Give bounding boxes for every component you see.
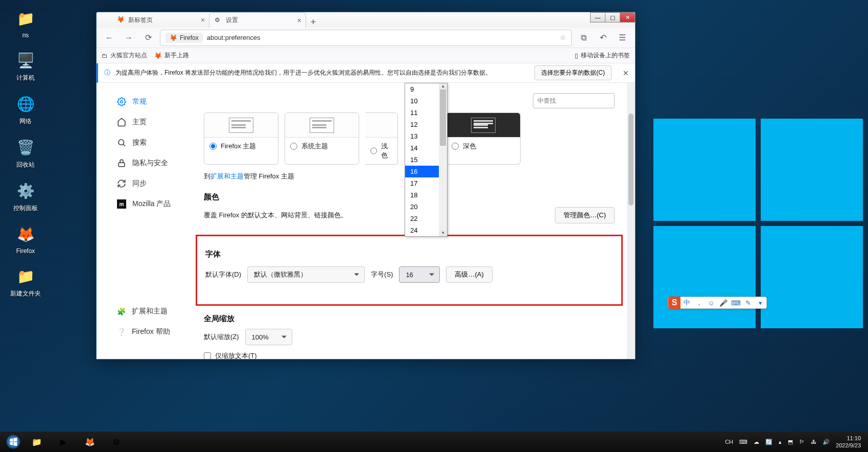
sogou-logo-icon[interactable]: S (668, 297, 681, 309)
ime-menu-icon[interactable]: ▾ (754, 299, 766, 307)
scroll-down-arrow[interactable]: ▾ (439, 230, 447, 236)
taskbar-control-panel[interactable]: ⚙ (104, 434, 129, 450)
taskbar: 📁 ▶ 🦊 ⚙ CH ⌨ ☁ 🔄 ▴ ⬒ 🏳 🖧 🔊 11:10 2022/9/… (0, 432, 868, 452)
ime-lang[interactable]: 中 (681, 298, 693, 307)
bookmark-star-icon[interactable]: ☆ (560, 34, 566, 41)
zoom-text-only-row[interactable]: 仅缩放文本(T) (204, 351, 615, 359)
tab-settings[interactable]: ⚙ 设置 × (209, 12, 306, 28)
tray-flag-icon[interactable]: 🏳 (799, 439, 805, 445)
maximize-button[interactable]: ▢ (605, 12, 620, 22)
zoom-text-only-checkbox[interactable] (204, 352, 211, 359)
site-identity-chip[interactable]: 🦊 Firefox (166, 33, 203, 43)
sidebar-item-sync[interactable]: 同步 (112, 175, 204, 192)
back-button[interactable]: ← (102, 30, 117, 46)
new-tab-button[interactable]: + (306, 17, 320, 28)
desktop-icon[interactable]: 📁ns (5, 4, 46, 42)
desktop-icon[interactable]: 📁新建文件夹 (5, 262, 46, 301)
tray-keyboard-icon[interactable]: ⌨ (739, 439, 747, 445)
taskbar-explorer[interactable]: 📁 (25, 434, 49, 450)
desktop-icon[interactable]: 🖥️计算机 (5, 46, 46, 85)
tray-volume-icon[interactable]: 🔊 (823, 439, 830, 445)
sidebar-item-home[interactable]: 主页 (112, 114, 204, 131)
taskbar-clock[interactable]: 11:10 2022/9/23 (836, 435, 861, 449)
theme-radio[interactable] (370, 147, 377, 154)
taskbar-media[interactable]: ▶ (51, 434, 76, 450)
desktop-icon-label: Firefox (16, 247, 35, 255)
desktop-icon-image: 📁 (14, 7, 37, 30)
puzzle-icon: 🧩 (117, 307, 126, 315)
tab-new[interactable]: 🦊 新标签页 × (112, 12, 209, 28)
ime-keyboard-icon[interactable]: ⌨ (730, 299, 742, 307)
clock-date: 2022/9/23 (836, 442, 861, 449)
bookmark-getting-started[interactable]: 🦊 新手上路 (154, 51, 189, 60)
sidebar-item-privacy[interactable]: 隐私与安全 (112, 154, 204, 172)
sidebar-label: 主页 (132, 118, 147, 127)
infobar-choose-button[interactable]: 选择您要分享的数据(C) (534, 65, 612, 80)
bookmarks-bar: 🗀 火狐官方站点 🦊 新手上路 ▯ 移动设备上的书签 (97, 48, 635, 63)
mobile-bookmarks[interactable]: ▯ 移动设备上的书签 (575, 51, 630, 60)
gear-icon: ⚙ (215, 16, 223, 25)
theme-firefox[interactable]: Firefox 主题 (204, 112, 278, 165)
ime-skin-icon[interactable]: ✎ (742, 299, 754, 307)
theme-dark[interactable]: 深色 (446, 112, 521, 165)
start-button[interactable] (3, 433, 24, 450)
ime-voice-icon[interactable]: 🎤 (717, 299, 730, 307)
theme-radio[interactable] (452, 143, 459, 150)
gear-icon (117, 97, 126, 106)
home-icon (117, 118, 126, 127)
close-tab-icon[interactable]: × (297, 16, 301, 25)
ime-toolbar[interactable]: S 中 ， ☺ 🎤 ⌨ ✎ ▾ (668, 297, 767, 309)
reload-button[interactable]: ⟳ (140, 30, 156, 46)
font-size-select[interactable]: 16 (399, 266, 440, 283)
desktop-icon[interactable]: 🦊Firefox (5, 220, 46, 258)
manage-colors-button[interactable]: 管理颜色…(C) (555, 207, 615, 223)
url-bar[interactable]: 🦊 Firefox about:preferences ☆ (160, 30, 572, 46)
tray-onedrive-icon[interactable]: ☁ (754, 439, 759, 445)
forward-button[interactable]: → (121, 30, 136, 46)
theme-system[interactable]: 系统主题 (285, 112, 359, 165)
tray-chevron-up-icon[interactable]: ▴ (779, 439, 782, 445)
close-window-button[interactable]: ✕ (620, 12, 635, 22)
sidebar-item-general[interactable]: 常规 (112, 93, 204, 110)
app-menu-button[interactable]: ☰ (615, 30, 630, 46)
sidebar-extensions[interactable]: 🧩 扩展和主题 (112, 303, 204, 320)
sidebar-item-search[interactable]: 搜索 (112, 134, 204, 151)
close-tab-icon[interactable]: × (201, 16, 205, 24)
screenshot-icon[interactable]: ⧉ (576, 30, 591, 46)
infobar-close-icon[interactable]: ✕ (623, 69, 629, 77)
font-section-highlight: 字体 默认字体(D) 默认（微软雅黑） 字号(S) 16 高级…(A) (196, 235, 623, 306)
sidebar-help[interactable]: ❔ Firefox 帮助 (112, 323, 204, 341)
desktop-icon[interactable]: ⚙️控制面板 (5, 176, 46, 216)
mobile-icon: ▯ (575, 52, 578, 59)
desktop-icon[interactable]: 🗑️回收站 (5, 133, 46, 172)
tray-network-icon[interactable]: 🖧 (811, 439, 816, 445)
undo-icon[interactable]: ↶ (595, 30, 611, 46)
ime-emoji-icon[interactable]: ☺ (705, 299, 717, 307)
theme-radio[interactable] (209, 143, 217, 150)
desktop-icon[interactable]: 🌐网络 (5, 89, 46, 129)
font-size-dropdown[interactable]: ▴ ▾ 9101112131415161718202224 (405, 83, 448, 237)
default-zoom-select[interactable]: 100% (245, 329, 292, 345)
tray-sync-icon[interactable]: 🔄 (765, 439, 772, 445)
default-zoom-label: 默认缩放(Z) (204, 332, 239, 342)
extensions-link[interactable]: 扩展和主题 (210, 172, 244, 180)
select-value: 默认（微软雅黑） (254, 270, 307, 279)
default-font-select[interactable]: 默认（微软雅黑） (247, 266, 365, 283)
tray-action-icon[interactable]: ⬒ (788, 439, 793, 445)
prefs-search-input[interactable] (533, 93, 615, 108)
desktop-icon-image: 🖥️ (14, 49, 37, 72)
fonts-heading: 字体 (205, 250, 613, 259)
minimize-button[interactable]: — (590, 12, 605, 22)
theme-radio[interactable] (290, 143, 297, 150)
theme-light[interactable]: 浅色 (365, 112, 398, 165)
tray-lang[interactable]: CH (725, 439, 733, 445)
scroll-up-arrow[interactable]: ▴ (439, 83, 447, 89)
ime-punct[interactable]: ， (693, 298, 705, 307)
bookmark-folder[interactable]: 🗀 火狐官方站点 (102, 51, 147, 60)
taskbar-firefox[interactable]: 🦊 (78, 434, 102, 450)
sidebar-item-mozilla[interactable]: m Mozilla 产品 (112, 195, 204, 213)
advanced-fonts-button[interactable]: 高级…(A) (446, 266, 492, 283)
preferences-content: 常规 主页 搜索 隐私与安全 同步 m Mozilla 产品 (97, 83, 635, 359)
theme-label-text: Firefox 主题 (221, 142, 256, 151)
dropdown-scrollbar[interactable]: ▴ ▾ (439, 83, 447, 236)
